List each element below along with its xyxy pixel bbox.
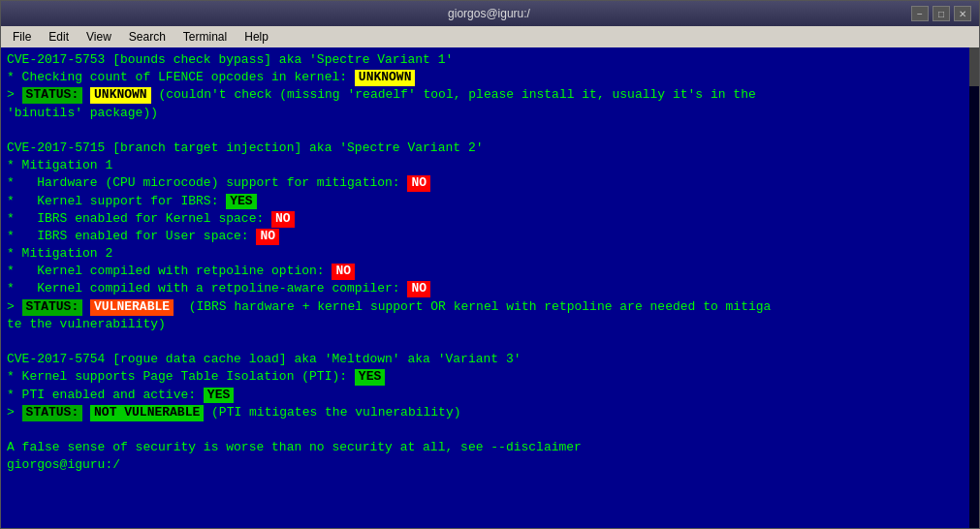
cve1-line3: 'binutils' package)) xyxy=(7,105,973,122)
cve1-line2: > STATUS: UNKNOWN (couldn't check (missi… xyxy=(7,86,973,104)
close-button[interactable]: ✕ xyxy=(954,6,971,21)
blank2 xyxy=(7,333,973,351)
menu-view[interactable]: View xyxy=(79,28,119,46)
minimize-button[interactable]: − xyxy=(911,6,929,21)
cve2-line2: * Kernel support for IBRS: YES xyxy=(7,193,973,210)
menu-file[interactable]: File xyxy=(5,28,39,46)
cve1-title: CVE-2017-5753 [bounds check bypass] aka … xyxy=(7,51,973,69)
cve2-line5: * Kernel compiled with retpoline option:… xyxy=(7,263,973,280)
cve2-status: > STATUS: VULNERABLE (IBRS hardware + ke… xyxy=(7,298,973,316)
cve1-line1: * Checking count of LFENCE opcodes in ke… xyxy=(7,69,973,86)
cve2-status2: te the vulnerability) xyxy=(7,316,973,333)
cve2-line4: * IBRS enabled for User space: NO xyxy=(7,228,973,245)
menu-help[interactable]: Help xyxy=(237,28,276,46)
blank3 xyxy=(7,421,973,439)
window-controls: − □ ✕ xyxy=(911,6,971,21)
menu-bar: File Edit View Search Terminal Help xyxy=(1,26,979,47)
cve3-title: CVE-2017-5754 [rogue data cache load] ak… xyxy=(7,351,973,368)
terminal-window: giorgos@iguru:/ − □ ✕ File Edit View Sea… xyxy=(0,0,980,529)
cve2-line1: * Hardware (CPU microcode) support for m… xyxy=(7,174,973,192)
terminal-body[interactable]: CVE-2017-5753 [bounds check bypass] aka … xyxy=(1,47,979,528)
menu-edit[interactable]: Edit xyxy=(41,28,77,46)
cve3-line1: * Kernel supports Page Table Isolation (… xyxy=(7,368,973,386)
prompt-line: giorgos@iguru:/ xyxy=(7,456,973,474)
window-title: giorgos@iguru:/ xyxy=(67,7,911,20)
title-bar: giorgos@iguru:/ − □ ✕ xyxy=(1,1,979,26)
maximize-button[interactable]: □ xyxy=(933,6,950,21)
menu-terminal[interactable]: Terminal xyxy=(175,28,235,46)
cve3-line2: * PTI enabled and active: YES xyxy=(7,387,973,404)
scrollbar-thumb[interactable] xyxy=(969,47,979,86)
cve2-line3: * IBRS enabled for Kernel space: NO xyxy=(7,210,973,228)
cve2-mit2: * Mitigation 2 xyxy=(7,245,973,263)
scrollbar[interactable] xyxy=(969,47,979,528)
disclaimer-line: A false sense of security is worse than … xyxy=(7,439,973,456)
cve2-title: CVE-2017-5715 [branch target injection] … xyxy=(7,140,973,157)
cve2-mit1: * Mitigation 1 xyxy=(7,157,973,174)
menu-search[interactable]: Search xyxy=(121,28,174,46)
cve3-status: > STATUS: NOT VULNERABLE (PTI mitigates … xyxy=(7,404,973,421)
cve2-line6: * Kernel compiled with a retpoline-aware… xyxy=(7,280,973,297)
blank1 xyxy=(7,122,973,140)
